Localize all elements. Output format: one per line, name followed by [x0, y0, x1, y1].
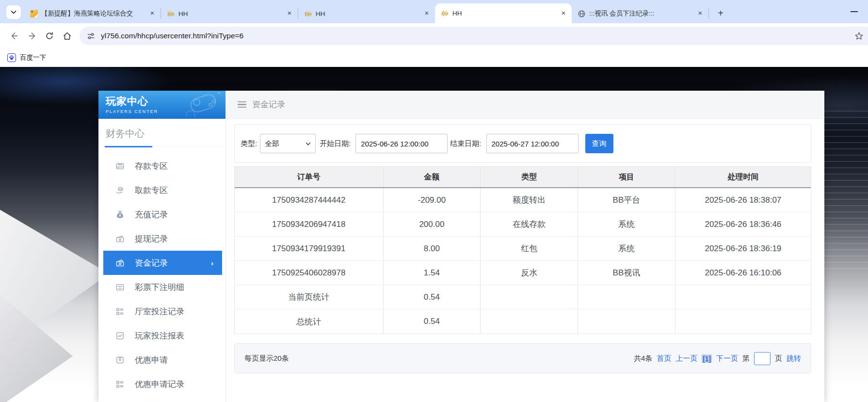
browser-tab[interactable]: 【新提醒】海燕策略论坛综合交× — [24, 4, 161, 23]
table-cell: 1750934206947418 — [235, 212, 384, 236]
browser-tab[interactable]: HH× — [435, 3, 572, 23]
url-text[interactable]: yl756.com/hhcp/usercenter.html?iniType=6 — [101, 32, 854, 40]
sidebar-item-label: 玩家投注报表 — [135, 330, 184, 341]
table-row: 1750934206947418200.00在线存款系统2025-06-26 1… — [235, 212, 811, 237]
query-button[interactable]: 查询 — [585, 134, 613, 153]
back-button[interactable] — [6, 27, 23, 45]
chevron-down-icon — [11, 10, 16, 14]
table-cell: 当前页统计 — [235, 285, 384, 309]
site-info-icon — [86, 32, 96, 41]
recharge-record-icon: ¥ — [115, 210, 125, 219]
sidebar-item-label: 彩票下注明细 — [135, 282, 184, 293]
prev-page-link[interactable]: 上一页 — [675, 354, 697, 363]
tab-close-icon[interactable]: × — [285, 9, 294, 18]
tab-title: HH — [178, 10, 282, 17]
end-date-input[interactable] — [486, 134, 579, 153]
main-header: 资金记录 — [226, 91, 824, 119]
reload-button[interactable] — [41, 27, 58, 45]
hamburger-menu-icon[interactable] — [238, 101, 246, 108]
sidebar-header: 玩家中心 PLAYERS CENTER — [98, 91, 225, 119]
table-row: 总统计0.54 — [235, 309, 811, 334]
sidebar-item-promo-apply[interactable]: 优惠申请 — [98, 348, 225, 372]
table-cell: 200.00 — [384, 212, 481, 236]
sidebar-item-funds-record[interactable]: 资金记录› — [103, 251, 222, 275]
table-cell — [675, 285, 811, 309]
table-header-row: 订单号金额类型项目处理时间 — [235, 167, 811, 188]
start-date-input[interactable] — [355, 134, 448, 153]
minimize-icon — [851, 11, 858, 12]
table-cell: 2025-06-26 18:36:46 — [675, 212, 811, 236]
globe-favicon — [578, 10, 586, 18]
table-row: 17509341799193918.00红包系统2025-06-26 18:36… — [235, 237, 811, 261]
browser-toolbar: yl756.com/hhcp/usercenter.html?iniType=6 — [0, 23, 868, 48]
tab-close-icon[interactable]: × — [559, 9, 568, 18]
tabs-container: 【新提醒】海燕策略论坛综合交×HH×HH×HH×:::视讯 会员下注纪录:::× — [24, 0, 709, 23]
type-select[interactable]: 全部 — [260, 134, 316, 153]
next-page-link[interactable]: 下一页 — [716, 354, 738, 363]
table-cell: 2025-06-26 18:36:19 — [675, 237, 811, 260]
table-cell: -209.00 — [384, 188, 481, 212]
sidebar-item-promo-record[interactable]: 优惠申请记录 — [98, 372, 225, 396]
sidebar: 玩家中心 PLAYERS CENTER 财务中心 存款专区取款专区¥充值记录提现… — [98, 91, 226, 402]
main-content: 类型: 全部 开始日期: 结束日期: 查询 订单号金额类型项目处理时间 — [226, 119, 824, 373]
bookmark-item-baidu[interactable]: 百度一下 — [7, 53, 46, 62]
sidebar-item-label: 厅室投注记录 — [135, 306, 184, 317]
pagination-bar: 每页显示20条 共4条 首页 上一页 [1] 下一页 第 页 跳转 — [234, 343, 811, 373]
bookmark-label: 百度一下 — [20, 53, 46, 62]
sidebar-item-withdraw[interactable]: 取款专区 — [98, 178, 225, 202]
sidebar-item-label: 充值记录 — [135, 209, 168, 220]
home-button[interactable] — [58, 27, 76, 45]
type-select-value: 全部 — [265, 139, 279, 148]
address-bar[interactable]: yl756.com/hhcp/usercenter.html?iniType=6 — [80, 27, 868, 45]
withdrawal-record-icon — [115, 234, 125, 243]
tab-title: :::视讯 会员下注纪录::: — [589, 9, 692, 18]
table-row: 1750934287444442-209.00额度转出BB平台2025-06-2… — [235, 188, 811, 212]
tab-list-chevron-button[interactable] — [6, 5, 21, 19]
page-title: 资金记录 — [252, 99, 285, 110]
browser-tab[interactable]: :::视讯 会员下注纪录:::× — [572, 4, 708, 23]
promo-apply-icon — [115, 355, 125, 365]
table-cell: BB视讯 — [578, 261, 675, 285]
table-cell: 在线存款 — [481, 212, 578, 236]
promo-record-icon — [115, 380, 125, 389]
forward-button[interactable] — [23, 27, 41, 45]
gold-bars-favicon — [441, 9, 449, 17]
tab-close-icon[interactable]: × — [696, 9, 705, 18]
player-report-icon — [115, 331, 125, 340]
table-cell: 2025-06-26 18:38:07 — [675, 188, 811, 212]
sidebar-item-lottery-detail[interactable]: 彩票下注明细 — [98, 275, 225, 299]
table-cell — [481, 285, 578, 309]
jump-page-input[interactable] — [754, 352, 771, 365]
table-cell: 总统计 — [235, 309, 384, 334]
sidebar-item-withdrawal-record[interactable]: 提现记录 — [98, 226, 225, 251]
browser-tab[interactable]: HH× — [298, 4, 435, 23]
back-icon — [10, 31, 19, 41]
browser-tab[interactable]: HH× — [161, 4, 298, 23]
baidu-paw-icon — [7, 53, 16, 62]
bookmark-star-icon[interactable] — [854, 31, 864, 41]
filter-bar: 类型: 全部 开始日期: 结束日期: 查询 — [234, 124, 811, 163]
sidebar-item-player-report[interactable]: 玩家投注报表 — [98, 323, 225, 348]
table-cell: 2025-06-26 16:10:06 — [675, 261, 811, 285]
table-cell: 1750934179919391 — [235, 237, 384, 260]
lottery-detail-icon — [115, 283, 125, 292]
new-tab-button[interactable]: + — [714, 6, 727, 20]
tab-strip: 【新提醒】海燕策略论坛综合交×HH×HH×HH×:::视讯 会员下注纪录:::×… — [0, 0, 868, 23]
withdraw-icon — [115, 186, 125, 195]
sidebar-item-label: 优惠申请 — [135, 354, 168, 366]
tab-close-icon[interactable]: × — [148, 9, 157, 18]
sidebar-item-recharge-record[interactable]: ¥充值记录 — [98, 202, 225, 226]
tab-close-icon[interactable]: × — [422, 9, 431, 18]
first-page-link[interactable]: 首页 — [657, 354, 671, 363]
minimize-window-button[interactable] — [847, 7, 861, 16]
gamepad-icon — [184, 92, 223, 117]
sidebar-item-hall-bet-record[interactable]: 厅室投注记录 — [98, 299, 225, 323]
sidebar-item-label: 提现记录 — [135, 233, 168, 244]
total-count-text: 共4条 — [634, 354, 652, 363]
jump-link[interactable]: 跳转 — [787, 354, 801, 363]
tab-divider — [708, 8, 709, 19]
end-date-label: 结束日期: — [450, 139, 481, 148]
hall-bet-record-icon — [115, 307, 125, 316]
sidebar-item-deposit[interactable]: 存款专区 — [98, 154, 225, 178]
table-cell: 1750925406028978 — [235, 261, 384, 285]
